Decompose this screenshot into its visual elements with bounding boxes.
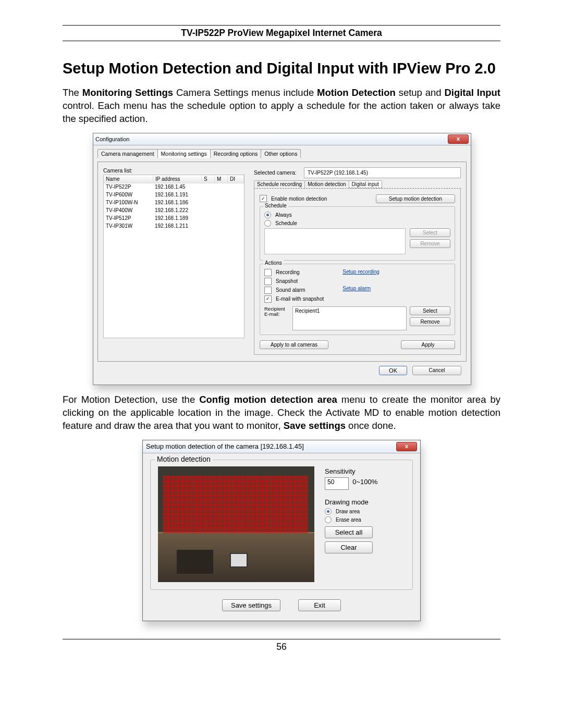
- detection-grid-overlay: [163, 476, 308, 533]
- schedule-radio[interactable]: [264, 220, 271, 227]
- motion-detection-window: Setup motion detection of the camera [19…: [142, 440, 421, 621]
- setup-alarm-link[interactable]: Setup alarm: [342, 286, 371, 291]
- schedule-select-button[interactable]: Select: [410, 228, 450, 237]
- setup-motion-detection-button[interactable]: Setup motion detection: [376, 194, 455, 203]
- snapshot-checkbox[interactable]: [264, 278, 272, 285]
- intro-paragraph: The Monitoring Settings Camera Settings …: [63, 87, 500, 126]
- tab-other-options[interactable]: Other options: [261, 149, 301, 158]
- exit-button[interactable]: Exit: [298, 599, 341, 611]
- sensitivity-input[interactable]: 50: [325, 477, 349, 490]
- recording-label: Recording: [276, 269, 300, 275]
- select-all-button[interactable]: Select all: [325, 526, 373, 538]
- motion-detection-legend: Motion detection: [155, 455, 213, 463]
- table-row[interactable]: TV-IP301W192.168.1.211: [104, 223, 244, 230]
- schedule-group-label: Schedule: [263, 203, 288, 208]
- col-name: Name: [104, 175, 153, 183]
- apply-all-button[interactable]: Apply to all cameras: [260, 340, 328, 349]
- subtab-digital-input[interactable]: Digital input: [349, 180, 382, 188]
- sensitivity-label: Sensitivity: [325, 467, 405, 475]
- sound-alarm-label: Sound alarm: [276, 287, 305, 293]
- col-di: DI: [228, 175, 244, 183]
- erase-area-radio[interactable]: [325, 516, 332, 523]
- col-ip: IP address: [153, 175, 202, 183]
- always-label: Always: [275, 212, 292, 218]
- save-settings-button[interactable]: Save settings: [222, 599, 280, 611]
- draw-area-radio[interactable]: [325, 508, 332, 515]
- recording-checkbox[interactable]: [264, 269, 272, 276]
- selected-camera-label: Selected camera:: [254, 169, 300, 176]
- table-row[interactable]: TV-IP100W-N192.168.1.186: [104, 199, 244, 207]
- table-row[interactable]: TV-IP600W192.168.1.191: [104, 191, 244, 199]
- subtab-schedule-recording[interactable]: Schedule recording: [254, 180, 305, 188]
- table-row[interactable]: TV-IP512P192.168.1.189: [104, 215, 244, 223]
- email-snapshot-label: E-mail with snapshot: [276, 296, 324, 302]
- enable-motion-label: Enable motion detection: [271, 196, 327, 202]
- tab-camera-management[interactable]: Camera management: [97, 149, 158, 158]
- camera-list-table[interactable]: Name IP address S M DI TV-IP522P192.168.…: [103, 175, 244, 338]
- recipient-email-label: Recipient E-mail:: [264, 306, 289, 330]
- cancel-button[interactable]: Cancel: [412, 366, 461, 375]
- tab-recording-options[interactable]: Recording options: [210, 149, 262, 158]
- actions-group-label: Actions: [263, 260, 284, 266]
- table-row[interactable]: TV-IP400W192.168.1.222: [104, 207, 244, 215]
- col-s: S: [202, 175, 215, 183]
- recipient-select-button[interactable]: Select: [410, 306, 450, 315]
- clear-button[interactable]: Clear: [325, 541, 373, 553]
- schedule-label: Schedule: [275, 220, 297, 226]
- drawing-mode-label: Drawing mode: [325, 498, 405, 506]
- recipient-email-field[interactable]: Recipient1: [292, 306, 407, 330]
- email-snapshot-checkbox[interactable]: ✓: [264, 295, 272, 303]
- close-icon[interactable]: x: [396, 442, 417, 451]
- sensitivity-range: 0~100%: [352, 478, 377, 486]
- camera-list-label: Camera list:: [103, 167, 244, 174]
- camera-preview[interactable]: [158, 466, 314, 582]
- erase-area-label: Erase area: [336, 517, 361, 523]
- close-icon[interactable]: x: [448, 134, 469, 144]
- page-number: 56: [63, 641, 500, 652]
- doc-header: TV-IP522P ProView Megapixel Internet Cam…: [63, 25, 500, 41]
- sound-alarm-checkbox[interactable]: [264, 287, 272, 294]
- snapshot-label: Snapshot: [276, 278, 298, 284]
- subtab-motion-detection[interactable]: Motion detection: [304, 180, 349, 188]
- enable-motion-checkbox[interactable]: ✓: [260, 195, 267, 202]
- tab-monitoring-settings[interactable]: Monitoring settings: [157, 149, 211, 158]
- ok-button[interactable]: OK: [379, 366, 407, 375]
- configuration-window: Configuration x Camera management Monito…: [93, 133, 471, 385]
- motion-detection-paragraph: For Motion Detection, use the Config mot…: [63, 393, 500, 433]
- recipient-remove-button[interactable]: Remove: [410, 317, 450, 326]
- selected-camera-field[interactable]: TV-IP522P (192.168.1.45): [304, 167, 461, 178]
- page-title: Setup Motion Detection and Digital Input…: [63, 60, 500, 77]
- apply-button[interactable]: Apply: [401, 340, 455, 349]
- schedule-remove-button[interactable]: Remove: [410, 239, 450, 248]
- schedule-listbox[interactable]: [264, 228, 406, 254]
- table-row[interactable]: TV-IP522P192.168.1.45: [104, 183, 244, 191]
- window-title: Configuration: [95, 136, 448, 142]
- setup-recording-link[interactable]: Setup recording: [342, 269, 380, 275]
- col-m: M: [215, 175, 228, 183]
- md-window-title: Setup motion detection of the camera [19…: [146, 442, 396, 450]
- always-radio[interactable]: [264, 212, 271, 218]
- draw-area-label: Draw area: [336, 509, 360, 514]
